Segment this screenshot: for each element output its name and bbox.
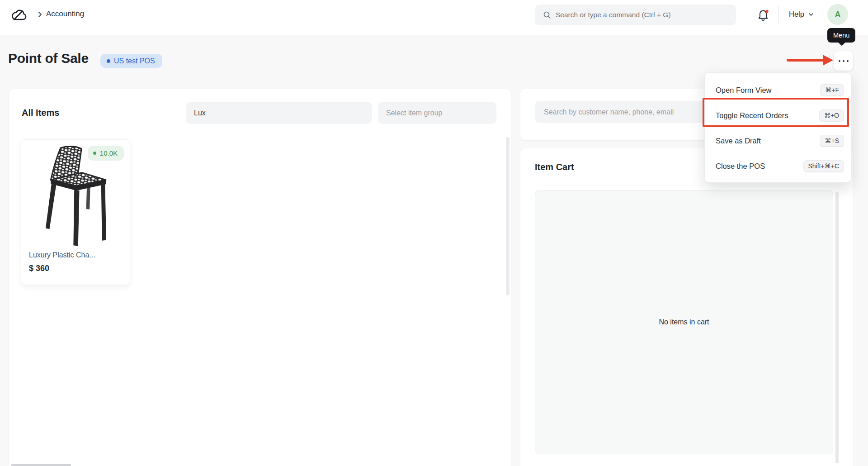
shortcut-badge: ⌘+F xyxy=(820,84,844,96)
bell-icon xyxy=(756,8,770,22)
tooltip-tail xyxy=(838,38,846,46)
cart-heading: Item Cart xyxy=(535,162,574,172)
help-menu[interactable]: Help xyxy=(789,10,815,19)
green-dot xyxy=(93,152,96,155)
user-avatar[interactable]: A xyxy=(827,4,848,25)
pos-profile-badge[interactable]: US test POS xyxy=(100,54,162,68)
global-search-input[interactable] xyxy=(556,5,732,25)
item-price: $ 360 xyxy=(29,264,49,273)
pos-app: Accounting Help A Point of Sale US tes xyxy=(0,0,868,466)
cart-empty-area: No items in cart xyxy=(535,190,833,454)
annotation-arrow-head xyxy=(823,55,833,66)
global-search xyxy=(535,5,736,25)
ellipsis-icon xyxy=(839,60,840,62)
item-title: Luxury Plastic Cha... xyxy=(29,251,123,259)
menu-button[interactable] xyxy=(833,51,854,71)
items-panel-scrollbar[interactable] xyxy=(506,137,509,295)
all-items-heading: All Items xyxy=(22,108,59,118)
annotation-highlight-rect xyxy=(703,98,849,127)
item-card[interactable]: 10.0K Luxury Plastic Cha... $ 360 xyxy=(21,139,130,285)
search-icon xyxy=(542,10,552,19)
navbar-divider xyxy=(778,6,779,23)
shortcut-badge: Shift+⌘+C xyxy=(803,160,844,172)
cart-panel: Item Cart No items in cart xyxy=(520,148,853,466)
offscreen-element-edge xyxy=(11,464,71,466)
cart-scrollbar[interactable] xyxy=(835,192,839,463)
cart-empty-text: No items in cart xyxy=(659,318,709,326)
menu-item-close-the-pos[interactable]: Close the POS Shift+⌘+C xyxy=(705,153,851,179)
breadcrumb-accounting[interactable]: Accounting xyxy=(46,10,84,19)
page-title: Point of Sale xyxy=(8,51,89,66)
stock-badge: 10.0K xyxy=(88,146,124,161)
pos-menu-dropdown: Open Form View ⌘+F Toggle Recent Orders … xyxy=(704,72,852,183)
unread-dot xyxy=(765,10,768,13)
top-navbar: Accounting Help A xyxy=(0,0,868,35)
stock-qty: 10.0K xyxy=(100,149,118,157)
item-search-input[interactable] xyxy=(186,102,372,124)
blue-dot xyxy=(107,59,110,63)
annotation-arrow xyxy=(787,59,825,62)
app-logo[interactable] xyxy=(10,6,28,24)
cloud-logo-icon xyxy=(10,6,28,24)
menu-item-save-as-draft[interactable]: Save as Draft ⌘+S xyxy=(705,128,851,153)
notification-bell-button[interactable] xyxy=(756,8,770,22)
breadcrumb-chevron-icon xyxy=(35,10,44,19)
pos-profile-label: US test POS xyxy=(114,57,155,65)
shortcut-badge: ⌘+S xyxy=(820,135,844,147)
item-group-input[interactable] xyxy=(378,102,496,124)
menu-tooltip: Menu xyxy=(827,28,855,43)
help-label: Help xyxy=(789,10,804,19)
chevron-down-icon xyxy=(807,11,815,18)
